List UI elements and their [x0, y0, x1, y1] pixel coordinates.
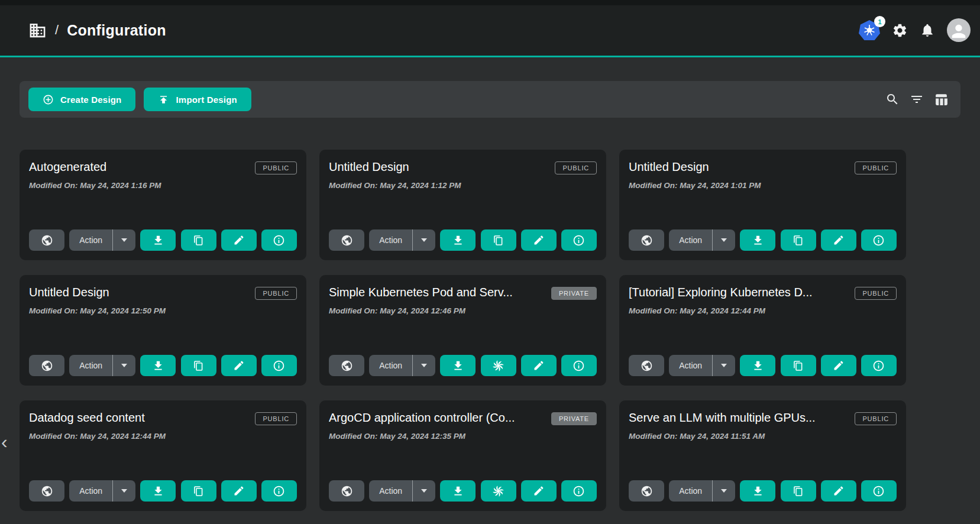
action-button[interactable]: Action	[369, 480, 412, 502]
table-view-button[interactable]	[934, 92, 949, 107]
clone-button[interactable]	[481, 480, 516, 502]
pencil-icon	[233, 360, 245, 371]
clone-button[interactable]	[481, 355, 516, 376]
card-action-row: Action	[629, 355, 897, 376]
settings-button[interactable]	[892, 22, 908, 38]
organization-building-icon[interactable]	[28, 21, 47, 40]
user-avatar[interactable]	[947, 18, 971, 42]
pencil-icon	[233, 234, 245, 246]
download-button[interactable]	[740, 229, 775, 251]
action-dropdown-toggle[interactable]	[713, 355, 735, 376]
design-card: Untitled Design PUBLIC Modified On: May …	[319, 150, 606, 260]
action-split-button: Action	[69, 480, 135, 502]
action-split-button: Action	[369, 229, 435, 251]
action-button[interactable]: Action	[369, 229, 412, 251]
clone-button[interactable]	[781, 480, 816, 502]
action-button[interactable]: Action	[69, 229, 112, 251]
clone-button[interactable]	[181, 480, 216, 502]
action-dropdown-toggle[interactable]	[713, 229, 735, 251]
action-button[interactable]: Action	[69, 355, 112, 376]
visibility-globe-button[interactable]	[329, 355, 364, 376]
info-button[interactable]	[261, 480, 297, 502]
info-button[interactable]	[861, 480, 897, 502]
action-button[interactable]: Action	[69, 480, 112, 502]
filter-button[interactable]	[910, 92, 924, 106]
clone-button[interactable]	[781, 355, 816, 376]
design-card: ArgoCD application controller (Co... PRI…	[319, 400, 606, 511]
clone-button[interactable]	[181, 229, 216, 251]
visibility-globe-button[interactable]	[29, 355, 64, 376]
copy-icon	[792, 360, 804, 372]
edit-button[interactable]	[821, 355, 856, 376]
filter-list-icon	[910, 92, 924, 106]
import-design-button[interactable]: Import Design	[144, 88, 251, 111]
download-button[interactable]	[440, 480, 476, 502]
info-icon	[573, 234, 585, 247]
action-split-button: Action	[369, 355, 435, 376]
info-button[interactable]	[861, 355, 897, 376]
info-icon	[872, 485, 885, 497]
action-dropdown-toggle[interactable]	[113, 355, 135, 376]
download-icon	[452, 234, 464, 247]
action-button[interactable]: Action	[669, 355, 712, 376]
visibility-badge: PUBLIC	[255, 412, 297, 425]
visibility-globe-button[interactable]	[629, 355, 664, 376]
download-button[interactable]	[140, 355, 176, 376]
action-button[interactable]: Action	[369, 355, 412, 376]
action-dropdown-toggle[interactable]	[713, 480, 735, 502]
action-dropdown-toggle[interactable]	[113, 229, 135, 251]
info-button[interactable]	[561, 355, 597, 376]
globe-icon	[341, 360, 353, 372]
create-design-button[interactable]: Create Design	[28, 88, 135, 111]
info-button[interactable]	[261, 355, 297, 376]
info-button[interactable]	[861, 229, 897, 251]
visibility-globe-button[interactable]	[629, 229, 664, 251]
edit-button[interactable]	[221, 480, 257, 502]
visibility-globe-button[interactable]	[329, 229, 364, 251]
edit-button[interactable]	[821, 480, 856, 502]
download-button[interactable]	[140, 480, 176, 502]
info-button[interactable]	[561, 480, 597, 502]
visibility-globe-button[interactable]	[329, 480, 364, 502]
edit-button[interactable]	[221, 229, 257, 251]
download-button[interactable]	[740, 480, 775, 502]
clone-button[interactable]	[781, 229, 816, 251]
card-action-row: Action	[629, 480, 897, 502]
pencil-icon	[833, 360, 845, 371]
action-dropdown-toggle[interactable]	[413, 229, 435, 251]
design-card: Untitled Design PUBLIC Modified On: May …	[619, 150, 906, 260]
action-dropdown-toggle[interactable]	[113, 480, 135, 502]
info-button[interactable]	[561, 229, 597, 251]
chevron-down-icon	[121, 489, 127, 493]
action-button[interactable]: Action	[669, 480, 712, 502]
action-dropdown-toggle[interactable]	[413, 355, 435, 376]
search-button[interactable]	[885, 92, 900, 106]
edit-button[interactable]	[221, 355, 257, 376]
visibility-globe-button[interactable]	[29, 229, 64, 251]
visibility-globe-button[interactable]	[629, 480, 664, 502]
edit-button[interactable]	[521, 229, 557, 251]
clone-button[interactable]	[481, 229, 516, 251]
download-button[interactable]	[740, 355, 775, 376]
visibility-badge: PRIVATE	[551, 287, 597, 300]
action-split-button: Action	[369, 480, 435, 502]
download-button[interactable]	[440, 355, 476, 376]
sidebar-collapse-handle[interactable]: ‹	[1, 432, 8, 451]
design-card: Simple Kubernetes Pod and Serv... PRIVAT…	[319, 275, 606, 386]
edit-button[interactable]	[521, 355, 557, 376]
download-button[interactable]	[140, 229, 176, 251]
chevron-down-icon	[421, 364, 427, 367]
card-header: Serve an LLM with multiple GPUs... PUBLI…	[629, 411, 897, 425]
notifications-button[interactable]	[920, 22, 935, 38]
action-dropdown-toggle[interactable]	[413, 480, 435, 502]
action-button[interactable]: Action	[669, 229, 712, 251]
edit-button[interactable]	[521, 480, 557, 502]
visibility-globe-button[interactable]	[29, 480, 64, 502]
bell-icon	[920, 22, 935, 38]
globe-icon	[41, 485, 53, 497]
edit-button[interactable]	[821, 229, 856, 251]
info-button[interactable]	[261, 229, 297, 251]
clone-button[interactable]	[181, 355, 216, 376]
kubernetes-context-button[interactable]: 1	[859, 20, 880, 40]
download-button[interactable]	[440, 229, 476, 251]
